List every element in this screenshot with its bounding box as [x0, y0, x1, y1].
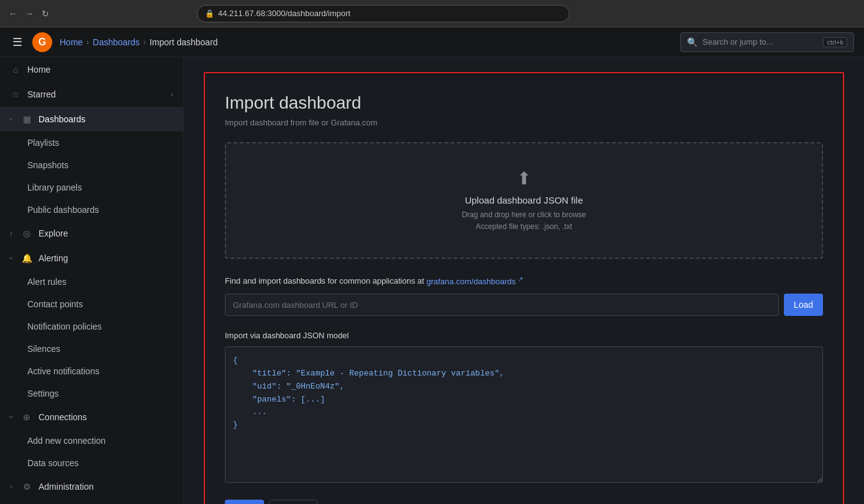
- breadcrumb: Home › Dashboards › Import dashboard: [60, 37, 218, 47]
- url-input-row: Load: [225, 294, 823, 316]
- sidebar-child-add-connection[interactable]: Add new connection: [0, 430, 183, 452]
- page-title: Import dashboard: [225, 93, 823, 113]
- json-model-section: Import via dashboard JSON model { "title…: [225, 331, 823, 485]
- url-input[interactable]: [225, 294, 779, 316]
- json-model-label: Import via dashboard JSON model: [225, 331, 823, 340]
- sidebar-item-connections[interactable]: › ⊕ Connections: [0, 405, 183, 430]
- sidebar-item-explore-label: Explore: [39, 228, 68, 238]
- upload-title: Upload dashboard JSON file: [241, 195, 807, 205]
- sidebar-item-alerting-label: Alerting: [39, 253, 68, 263]
- connections-expand-icon: ›: [7, 416, 16, 418]
- search-icon: 🔍: [687, 37, 698, 47]
- star-icon: ☆: [10, 89, 21, 100]
- back-button[interactable]: ←: [7, 8, 19, 19]
- sidebar-child-public-dashboards[interactable]: Public dashboards: [0, 199, 183, 221]
- load-button[interactable]: Load: [225, 500, 264, 504]
- sidebar-child-contact-points[interactable]: Contact points: [0, 293, 183, 315]
- url-load-button[interactable]: Load: [784, 294, 823, 316]
- sidebar-child-playlists[interactable]: Playlists: [0, 132, 183, 154]
- upload-hint-line2: Accepted file types: .json, .txt: [476, 222, 572, 231]
- admin-expand-icon: ›: [10, 482, 12, 491]
- sidebar-item-home[interactable]: ⌂ Home: [0, 57, 183, 82]
- explore-icon: ◎: [21, 228, 32, 239]
- sidebar-item-starred[interactable]: ☆ Starred ›: [0, 82, 183, 107]
- upload-hint: Drag and drop here or click to browse Ac…: [241, 209, 807, 233]
- app-layout: ⌂ Home ☆ Starred › › ▦ Dashboards Playli…: [0, 57, 864, 504]
- dashboards-expand-icon: ›: [7, 118, 16, 120]
- upload-icon: ⬆: [241, 168, 807, 189]
- action-buttons: Load Cancel: [225, 500, 823, 504]
- sidebar-item-explore[interactable]: › ◎ Explore: [0, 221, 183, 246]
- forward-button[interactable]: →: [24, 8, 35, 19]
- security-icon: 🔒: [205, 9, 214, 18]
- search-placeholder: Search or jump to...: [703, 37, 773, 47]
- alerting-expand-icon: ›: [7, 257, 16, 259]
- search-bar[interactable]: 🔍 Search or jump to... ctrl+k: [680, 32, 854, 52]
- content-area: Import dashboard Import dashboard from f…: [204, 72, 844, 504]
- sidebar-item-dashboards[interactable]: › ▦ Dashboards: [0, 107, 183, 132]
- sidebar-child-active-notifications[interactable]: Active notifications: [0, 360, 183, 382]
- admin-icon: ⚙: [21, 481, 32, 492]
- breadcrumb-home[interactable]: Home: [60, 37, 83, 47]
- sidebar-child-snapshots[interactable]: Snapshots: [0, 154, 183, 176]
- find-import-section: Find and import dashboards for common ap…: [225, 274, 823, 316]
- breadcrumb-dashboards[interactable]: Dashboards: [93, 37, 140, 47]
- json-textarea[interactable]: { "title": "Example - Repeating Dictiona…: [225, 346, 823, 483]
- breadcrumb-sep-2: ›: [143, 38, 146, 47]
- address-text: 44.211.67.68:3000/dashboard/import: [218, 9, 350, 18]
- sidebar-item-connections-label: Connections: [39, 412, 87, 422]
- sidebar-child-library-panels[interactable]: Library panels: [0, 176, 183, 199]
- sidebar-item-home-label: Home: [27, 65, 50, 74]
- breadcrumb-sep-1: ›: [86, 38, 89, 47]
- sidebar-item-administration[interactable]: › ⚙ Administration: [0, 474, 183, 499]
- breadcrumb-current: Import dashboard: [150, 37, 218, 47]
- upload-hint-line1: Drag and drop here or click to browse: [462, 210, 586, 219]
- home-icon: ⌂: [10, 64, 21, 75]
- browser-chrome: ← → ↻ 🔒 44.211.67.68:3000/dashboard/impo…: [0, 0, 864, 27]
- connections-icon: ⊕: [21, 412, 32, 423]
- alerting-icon: 🔔: [21, 253, 32, 264]
- hamburger-button[interactable]: ☰: [10, 33, 25, 52]
- sidebar-item-dashboards-label: Dashboards: [39, 114, 86, 124]
- grafana-logo: G: [32, 32, 52, 52]
- sidebar-item-administration-label: Administration: [39, 482, 94, 492]
- page-subtitle: Import dashboard from file or Grafana.co…: [225, 118, 823, 127]
- sidebar-item-starred-label: Starred: [27, 89, 56, 99]
- starred-chevron-icon: ›: [171, 90, 173, 99]
- import-label: Find and import dashboards for common ap…: [225, 274, 823, 287]
- main-content: Import dashboard Import dashboard from f…: [184, 57, 864, 504]
- refresh-button[interactable]: ↻: [40, 8, 51, 19]
- top-nav: ☰ G Home › Dashboards › Import dashboard…: [0, 27, 864, 57]
- sidebar-child-data-sources[interactable]: Data sources: [0, 452, 183, 474]
- upload-area[interactable]: ⬆ Upload dashboard JSON file Drag and dr…: [225, 142, 823, 259]
- sidebar-child-silences[interactable]: Silences: [0, 338, 183, 360]
- sidebar-child-alerting-settings[interactable]: Settings: [0, 382, 183, 405]
- address-bar[interactable]: 🔒 44.211.67.68:3000/dashboard/import: [197, 5, 570, 22]
- explore-expand-icon: ›: [10, 229, 12, 238]
- sidebar-child-alert-rules[interactable]: Alert rules: [0, 271, 183, 293]
- sidebar: ⌂ Home ☆ Starred › › ▦ Dashboards Playli…: [0, 57, 184, 504]
- dashboards-icon: ▦: [21, 114, 32, 125]
- sidebar-item-alerting[interactable]: › 🔔 Alerting: [0, 246, 183, 271]
- search-shortcut-badge: ctrl+k: [823, 37, 847, 47]
- cancel-button[interactable]: Cancel: [269, 500, 317, 504]
- grafana-dashboards-link[interactable]: grafana.com/dashboards ↗: [426, 277, 522, 286]
- sidebar-child-notification-policies[interactable]: Notification policies: [0, 315, 183, 338]
